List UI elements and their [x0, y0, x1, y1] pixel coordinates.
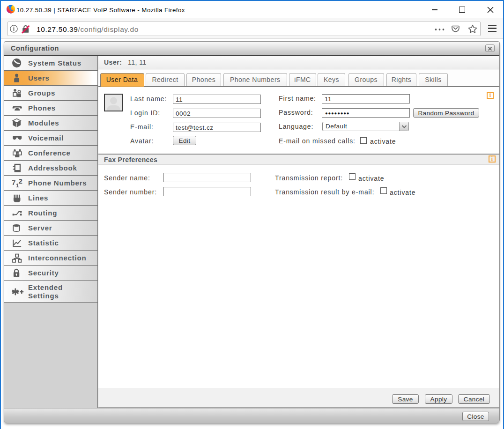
svg-text:7: 7	[12, 178, 15, 186]
svg-text:2: 2	[19, 178, 22, 185]
